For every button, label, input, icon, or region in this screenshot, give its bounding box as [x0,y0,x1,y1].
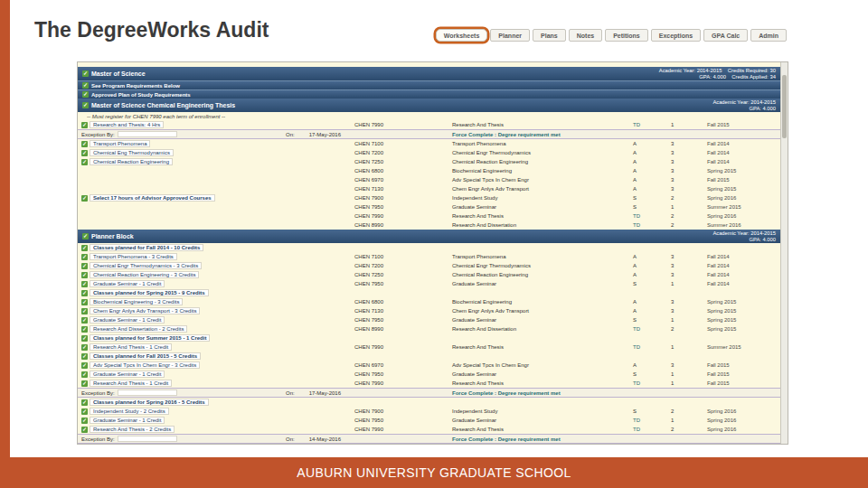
course-title: Research And Thesis [423,344,633,350]
course-term: Spring 2016 [707,195,780,201]
requirement-label: Transport Phenomena - 3 Credits [90,253,177,260]
tab-exceptions[interactable]: Exceptions [651,29,701,42]
course-label-cell: ✓Graduate Seminar - 1 Credit [78,316,286,324]
requirement-label: Chemical Engr Thermodynamics - 3 Credits [90,262,202,269]
course-term: Fall 2014 [707,272,780,277]
tab-notes[interactable]: Notes [569,29,602,42]
section-header-left: ✓Master of Science [82,70,146,77]
course-row: ✓Independent Study - 2 CreditsCHEN 7900I… [78,407,780,416]
course-row: CHEN 7130Chem Engr Anlys Adv TransportA3… [78,184,780,193]
exception-by-label: Exception By: [81,436,115,442]
course-code: CHEN 7990 [354,380,423,386]
course-term: Spring 2016 [707,418,780,423]
course-title: Research And Dissertation [423,326,633,332]
course-term: Fall 2014 [707,254,780,259]
section-header-meta: Academic Year: 2014-2015 Credits Require… [659,68,776,80]
course-row: ✓Graduate Seminar - 1 CreditCHEN 7950Gra… [78,370,780,379]
group-label-cell: ✓Classes planned for Fall 2014 - 10 Cred… [78,244,286,251]
section-header-left: ✓Planner Block [82,233,134,239]
requirement-label: Transport Phenomena [90,140,150,147]
tab-planner[interactable]: Planner [490,29,530,42]
checkmark-icon: ✓ [81,254,88,260]
course-grade: TD [633,326,671,332]
course-title: Adv Special Tpcs In Chem Engr [423,177,633,183]
exception-by-cell: Exception By: [78,131,286,137]
planner-group-row: ✓Classes planned for Summer 2015 - 1 Cre… [78,333,780,343]
course-credits: 2 [671,222,707,228]
course-row: ✓Chemical Reaction Engineering - 3 Credi… [78,270,780,279]
course-row: CHEN 6800Biochemical EngineeringA3Spring… [78,166,780,175]
requirement-label: Research and Thesis: 4 Hrs [90,121,164,128]
course-label-cell: ✓Independent Study - 2 Credits [78,408,286,415]
course-code: CHEN 7950 [354,418,423,423]
footer-text: AUBURN UNIVERSITY GRADUATE SCHOOL [297,465,571,480]
exception-on-label: On: [286,436,295,442]
force-complete-note: Force Complete : Degree requirement met [423,390,780,396]
course-credits: 3 [671,150,707,155]
scrollbar[interactable] [780,62,788,444]
force-complete-note: Force Complete : Degree requirement met [423,132,780,137]
course-term: Spring 2015 [707,317,780,323]
exception-date: 17-May-2016 [309,390,341,396]
planner-group-row: ✓Classes planned for Spring 2016 - 5 Cre… [78,398,780,407]
course-title: Chemical Reaction Engineering [423,159,633,164]
course-grade: A [633,150,671,155]
requirement-label: Select 17 hours of Advisor Approved Cour… [90,194,215,202]
course-term: Fall 2014 [707,150,780,155]
course-label-cell: ✓Research And Thesis - 1 Credit [78,380,286,387]
requirement-label: Biochemical Engineering - 3 Credits [90,298,183,305]
tab-worksheets[interactable]: Worksheets [436,29,488,42]
course-grade: A [633,308,671,314]
scrollbar-thumb[interactable] [782,75,787,138]
exception-on-label: On: [286,390,295,396]
requirement-label: Graduate Seminar - 1 Credit [90,316,165,324]
exception-date: 17-May-2016 [309,132,341,137]
meta-line-bottom: GPA: 4.000 [749,237,776,243]
tab-gpa-calc[interactable]: GPA Calc [703,29,748,42]
course-grade: A [633,177,671,183]
course-row: ✓Research And Dissertation - 2 CreditsCH… [78,324,780,333]
course-credits: 3 [671,141,707,146]
tab-admin[interactable]: Admin [750,29,787,42]
course-grade: TD [633,213,671,219]
group-label: Classes planned for Fall 2014 - 10 Credi… [90,244,203,251]
course-label-cell: ✓Graduate Seminar - 1 Credit [78,417,286,424]
course-label-cell: ✓Research And Thesis - 1 Credit [78,343,286,351]
course-grade: TD [633,418,671,423]
checkmark-icon: ✓ [82,82,89,89]
course-credits: 3 [671,168,707,174]
group-label: Classes planned for Spring 2015 - 9 Cred… [90,289,209,296]
planner-group-row: ✓Classes planned for Fall 2015 - 5 Credi… [78,352,780,361]
meta-line-bottom: GPA: 4.000 [749,106,776,112]
exception-on-cell: On:14-May-2016 [286,436,423,442]
course-grade: A [633,272,671,277]
section-header-left: ✓Master of Science Chemical Engineering … [82,102,235,108]
course-title: Graduate Seminar [423,371,633,377]
course-title: Graduate Seminar [423,317,633,323]
course-title: Independent Study [423,195,633,201]
checkmark-icon: ✓ [81,344,88,351]
course-grade: S [633,204,671,210]
course-row: ✓Transport PhenomenaCHEN 7100Transport P… [78,139,780,148]
checkmark-icon: ✓ [82,91,89,98]
course-grade: A [633,299,671,305]
requirement-label: Graduate Seminar - 1 Credit [90,371,165,378]
course-row: ✓Chemical Reaction EngineeringCHEN 7250C… [78,157,780,166]
course-label-cell: ✓Research And Thesis - 2 Credits [78,426,286,433]
checkmark-icon: ✓ [82,233,89,239]
course-term: Fall 2015 [707,122,780,127]
requirement-label: Research And Thesis - 1 Credit [90,343,172,351]
course-row: CHEN 8990Research And DissertationTD2Sum… [78,221,780,230]
section-title: Master of Science Chemical Engineering T… [91,102,235,108]
course-credits: 3 [671,177,707,183]
course-title: Transport Phenomena [423,141,633,146]
course-title: Chemical Engr Thermodynamics [423,150,633,155]
tab-plans[interactable]: Plans [533,29,566,42]
course-code: CHEN 7990 [354,427,423,432]
course-grade: TD [633,427,671,432]
course-label-cell: ✓Chemical Eng Thermodynamics [78,149,286,156]
course-code: CHEN 7950 [354,204,423,210]
tab-petitions[interactable]: Petitions [605,29,648,42]
requirement-label: Research And Thesis - 2 Credits [90,426,175,433]
exception-on-cell: On:17-May-2016 [286,132,423,137]
